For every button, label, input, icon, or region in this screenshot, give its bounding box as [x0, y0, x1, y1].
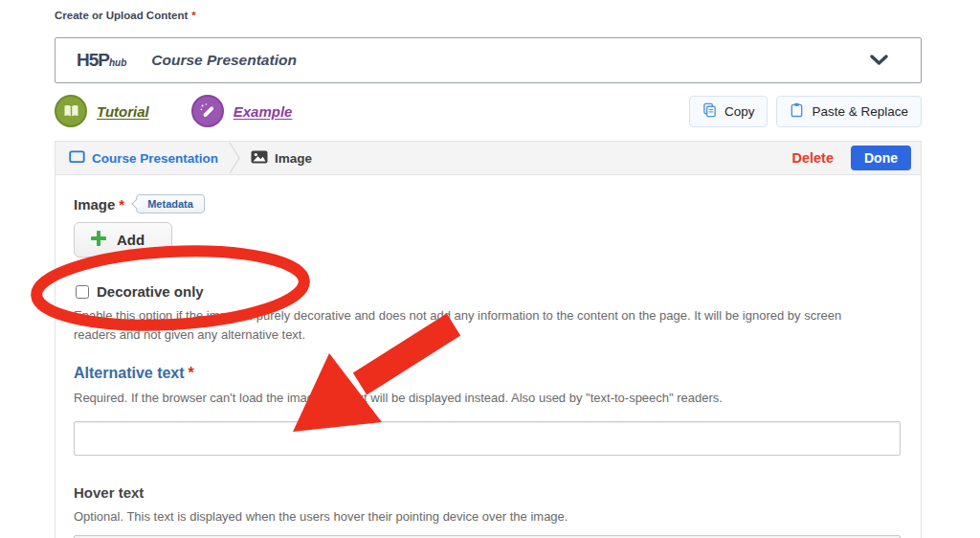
breadcrumb-current-label: Image	[275, 151, 312, 166]
content-type-value: Course Presentation	[151, 52, 297, 69]
create-upload-label-text: Create or Upload Content	[55, 10, 188, 21]
decorative-description-line1: Enable this option if the image is purel…	[74, 306, 916, 325]
breadcrumb: Course Presentation Image Delete Done	[56, 141, 921, 175]
breadcrumb-root-label: Course Presentation	[92, 151, 218, 166]
breadcrumb-actions: Delete Done	[791, 146, 911, 170]
decorative-only-label: Decorative only	[97, 283, 204, 300]
paste-replace-button-label: Paste & Replace	[812, 104, 908, 119]
add-button-label: Add	[117, 232, 145, 248]
decorative-only-checkbox[interactable]	[76, 285, 89, 299]
metadata-button[interactable]: Metadata	[136, 194, 205, 213]
content-type-select[interactable]: H5Phub Course Presentation	[55, 37, 922, 83]
image-required-asterisk: *	[119, 196, 124, 213]
editor-frame: Course Presentation Image Delete Done	[55, 141, 922, 538]
delete-button[interactable]: Delete	[791, 150, 834, 166]
example-link[interactable]: Example	[191, 95, 293, 127]
breadcrumb-course-presentation[interactable]: Course Presentation	[69, 150, 218, 167]
h5p-logo-text: H5P	[77, 50, 109, 70]
h5p-logo-sub: hub	[109, 57, 126, 68]
tutorial-label: Tutorial	[97, 103, 149, 120]
alternative-text-heading: Alternative text*	[74, 365, 921, 382]
image-field-label: Image*	[74, 196, 124, 213]
magic-wand-icon	[191, 95, 224, 127]
paste-replace-button[interactable]: Paste & Replace	[776, 96, 922, 127]
hover-text-heading: Hover text	[74, 484, 921, 501]
breadcrumb-separator-icon	[228, 142, 241, 174]
copy-button[interactable]: Copy	[689, 96, 768, 127]
decorative-description-line2: readers and not given any alternative te…	[74, 325, 916, 345]
add-image-button[interactable]: Add	[74, 222, 172, 258]
alternative-text-description: Required. If the browser can't load the …	[74, 389, 916, 408]
copy-button-label: Copy	[724, 104, 755, 119]
decorative-only-row: Decorative only	[76, 283, 921, 300]
copy-icon	[702, 102, 717, 121]
alternative-text-heading-text: Alternative text	[74, 365, 185, 381]
plus-icon	[91, 231, 106, 249]
example-label: Example	[234, 103, 293, 120]
done-button[interactable]: Done	[851, 146, 911, 170]
required-asterisk: *	[191, 10, 195, 21]
clipboard-buttons: Copy Paste & Replace	[689, 96, 922, 127]
alternative-text-input[interactable]	[74, 421, 901, 456]
decorative-description: Enable this option if the image is purel…	[74, 306, 916, 344]
book-icon	[55, 95, 87, 127]
tutorial-link[interactable]: Tutorial	[55, 95, 149, 127]
clipboard-icon	[790, 102, 804, 121]
image-icon	[251, 150, 268, 167]
chevron-down-icon[interactable]	[870, 55, 888, 66]
image-field-label-text: Image	[74, 196, 115, 213]
hover-text-description: Optional. This text is displayed when th…	[74, 507, 916, 527]
h5p-hub-logo: H5Phub	[77, 50, 126, 71]
alt-text-required-asterisk: *	[189, 365, 194, 381]
breadcrumb-image: Image	[251, 150, 312, 167]
create-upload-label: Create or Upload Content*	[55, 10, 196, 21]
resource-row: Tutorial Example	[55, 92, 922, 130]
h5p-editor-page: Create or Upload Content* H5Phub Course …	[0, 0, 980, 538]
presentation-screen-icon	[69, 150, 85, 167]
image-field-header: Image* Metadata	[74, 194, 921, 213]
